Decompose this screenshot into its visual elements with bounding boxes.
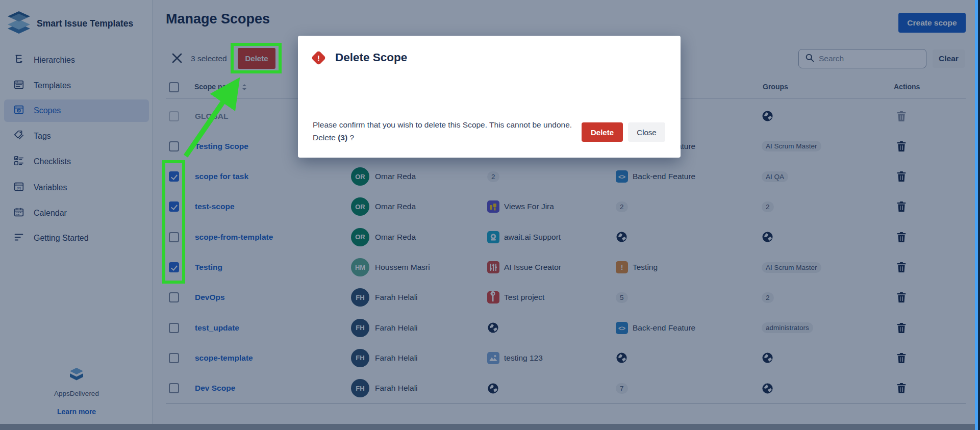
search-input[interactable] <box>819 54 916 63</box>
delete-row-icon[interactable] <box>896 291 907 303</box>
globe-icon <box>762 231 773 245</box>
sort-icon[interactable] <box>241 84 247 93</box>
app-title: Smart Issue Templates <box>37 18 133 29</box>
code-icon: <> <box>616 170 628 183</box>
modal-body-text: Please confirm that you wish to delete t… <box>313 118 572 144</box>
scope-name-link[interactable]: scope for task <box>195 172 248 181</box>
badge-pill: 2 <box>616 201 628 212</box>
scope-name-link[interactable]: test_update <box>195 323 239 333</box>
owner-avatar: FH <box>351 288 369 307</box>
delete-scope-modal: ! Delete Scope Please confirm that you w… <box>298 36 681 158</box>
delete-row-icon[interactable] <box>896 170 907 183</box>
table-bottom-divider <box>166 403 966 404</box>
badge-pill: 2 <box>487 171 499 182</box>
delete-row-icon[interactable] <box>896 261 907 273</box>
globe-icon <box>487 383 499 396</box>
delete-row-icon[interactable] <box>896 231 907 243</box>
delete-row-icon[interactable] <box>896 382 907 394</box>
app-cell-label: AI Issue Creator <box>504 263 561 272</box>
table-row: scope-from-templateOROmar Redaawait.ai S… <box>0 222 980 252</box>
app-cell: Views For Jira <box>487 200 554 213</box>
owner-avatar: HM <box>351 258 369 276</box>
sidebar-item-hierarchies[interactable]: Hierarchies <box>4 49 149 71</box>
scope-name-link[interactable]: scope-template <box>195 353 253 363</box>
globe-icon <box>762 110 773 124</box>
scope-name-link[interactable]: Testing Scope <box>195 142 248 151</box>
scope-name-link[interactable]: Testing <box>195 263 222 272</box>
delete-row-icon <box>896 110 907 122</box>
app-cell-label: testing 123 <box>504 353 543 363</box>
create-scope-button[interactable]: Create scope <box>898 13 966 33</box>
search-box <box>798 49 926 68</box>
column-scope-name[interactable]: Scope name <box>194 83 236 91</box>
selected-count-label: 3 selected <box>191 54 227 63</box>
page-footer-band <box>0 424 980 430</box>
column-actions: Actions <box>894 83 920 91</box>
row-checkbox[interactable] <box>169 383 179 393</box>
modal-delete-button[interactable]: Delete <box>582 122 623 142</box>
scope-name-link[interactable]: test-scope <box>195 202 235 211</box>
owner-avatar: OR <box>351 197 369 216</box>
learn-more-link[interactable]: Learn more <box>0 408 153 416</box>
globe-icon <box>616 352 627 366</box>
app-window: Smart Issue Templates HierarchiesTemplat… <box>0 0 980 430</box>
app-cell-label: await.ai Support <box>504 233 561 242</box>
owner-name: Omar Reda <box>375 233 416 242</box>
owner-name: Farah Helali <box>375 353 418 363</box>
image-icon <box>487 352 499 364</box>
app-cell-label: Views For Jira <box>504 202 554 211</box>
svg-text:<>: <> <box>618 324 625 332</box>
scope-name-link[interactable]: Dev Scope <box>195 384 235 393</box>
owner-name: Farah Helali <box>375 384 418 393</box>
app-cell: testing 123 <box>487 352 543 364</box>
scope-name-link: GLOBAL <box>195 112 228 121</box>
delete-row-icon[interactable] <box>896 200 907 213</box>
clear-search-button[interactable]: Clear <box>933 49 965 68</box>
badge-pill: administrators <box>762 322 813 333</box>
sidebar-item-label: Hierarchies <box>34 56 75 65</box>
hierarchies-icon <box>13 54 24 67</box>
owner-avatar: FH <box>351 349 369 367</box>
globe-icon <box>762 383 773 396</box>
table-row: scope-templateFHFarah Helalitesting 123 <box>0 343 980 373</box>
delete-row-icon[interactable] <box>896 140 907 153</box>
badge-pill: 2 <box>762 201 774 212</box>
owner-avatar: FH <box>351 319 369 337</box>
app-cell: <>Back-end Feature <box>616 322 695 334</box>
bulk-delete-button[interactable]: Delete <box>238 48 275 69</box>
globe-icon <box>762 352 773 366</box>
owner-name: Omar Reda <box>375 172 416 181</box>
badge-pill: 2 <box>762 292 774 303</box>
owner-name: Houssem Masri <box>375 263 430 272</box>
views-for-jira-icon <box>487 200 499 213</box>
table-row: scope for taskOROmar Reda2<>Back-end Fea… <box>0 162 980 192</box>
delete-row-icon[interactable] <box>896 352 907 364</box>
row-checkbox[interactable] <box>169 232 179 242</box>
select-all-checkbox[interactable] <box>169 82 179 92</box>
badge-pill: AI Scrum Master <box>762 141 821 151</box>
delete-row-icon[interactable] <box>896 322 907 334</box>
ai-issue-creator-icon <box>487 261 499 273</box>
warning-icon: ! <box>616 261 628 273</box>
table-row: DevOpsFHFarah HelaliTest project52 <box>0 283 980 313</box>
row-checkbox[interactable] <box>169 323 179 333</box>
row-checkbox[interactable] <box>169 171 179 182</box>
modal-close-button[interactable]: Close <box>628 122 665 142</box>
row-checkbox[interactable] <box>169 292 179 302</box>
owner-name: Farah Helali <box>375 293 418 302</box>
row-checkbox[interactable] <box>169 141 179 151</box>
test-project-icon <box>487 291 499 303</box>
scope-name-link[interactable]: DevOps <box>195 293 225 302</box>
owner-avatar: OR <box>351 167 369 186</box>
clear-selection-icon[interactable] <box>170 52 184 65</box>
app-cell-label: Back-end Feature <box>633 172 695 181</box>
badge-pill: 5 <box>616 292 628 303</box>
row-checkbox[interactable] <box>169 262 179 272</box>
row-checkbox[interactable] <box>169 201 179 212</box>
row-checkbox[interactable] <box>169 353 179 363</box>
badge-pill: AI QA <box>762 171 788 182</box>
globe-icon <box>616 231 627 245</box>
owner-name: Omar Reda <box>375 202 416 211</box>
scope-name-link[interactable]: scope-from-template <box>195 233 273 242</box>
badge-pill: 7 <box>616 383 628 394</box>
